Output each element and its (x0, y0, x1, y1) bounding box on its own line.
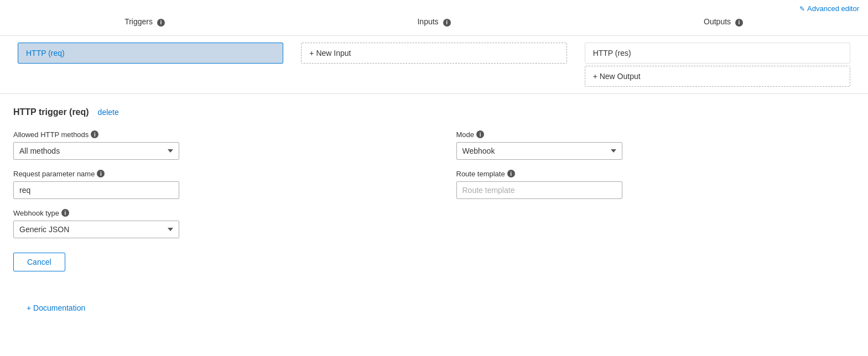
triggers-info-icon[interactable]: i (157, 19, 165, 27)
webhook-type-group: Webhook type i Generic JSON GitHub Slack (13, 209, 412, 238)
http-req-trigger[interactable]: HTTP (req) (18, 43, 283, 64)
triggers-label: Triggers (124, 17, 153, 26)
allowed-methods-select[interactable]: All methods GET POST PUT DELETE PATCH (13, 142, 179, 160)
route-template-label: Route template i (456, 170, 855, 178)
cancel-group: Cancel (13, 248, 412, 271)
mode-select[interactable]: Webhook Standard (456, 142, 622, 160)
inputs-label: Inputs (417, 17, 438, 26)
columns-header: Triggers i Inputs i Outputs i (0, 15, 868, 36)
new-input-button[interactable]: + New Input (301, 43, 566, 64)
route-template-group: Route template i (456, 170, 855, 199)
edit-icon: ✎ (799, 5, 805, 13)
http-res-output[interactable]: HTTP (res) (585, 43, 850, 64)
inputs-info-icon[interactable]: i (443, 19, 451, 27)
form-grid: Allowed HTTP methods i All methods GET P… (13, 130, 855, 281)
request-param-input[interactable] (13, 181, 179, 199)
request-param-group: Request parameter name i (13, 170, 412, 199)
triggers-column: HTTP (req) (9, 40, 292, 89)
allowed-methods-group: Allowed HTTP methods i All methods GET P… (13, 130, 412, 160)
new-output-button[interactable]: + New Output (585, 66, 850, 87)
route-template-info-icon[interactable]: i (507, 170, 515, 177)
mode-group: Mode i Webhook Standard (456, 130, 855, 160)
outputs-info-icon[interactable]: i (735, 19, 743, 27)
form-right: Mode i Webhook Standard Route template i (456, 130, 855, 281)
outputs-label: Outputs (704, 17, 731, 26)
http-req-trigger-label: HTTP (req) (26, 49, 65, 57)
allowed-methods-info-icon[interactable]: i (91, 130, 98, 138)
route-template-input[interactable] (456, 181, 622, 199)
webhook-type-label: Webhook type i (13, 209, 412, 217)
detail-title-row: HTTP trigger (req) delete (13, 107, 855, 117)
form-left: Allowed HTTP methods i All methods GET P… (13, 130, 412, 281)
footer: + Documentation (0, 290, 868, 326)
detail-title: HTTP trigger (req) (13, 107, 89, 117)
request-param-info-icon[interactable]: i (97, 170, 105, 177)
triggers-header: Triggers i (0, 15, 289, 31)
new-output-label: + New Output (593, 72, 641, 81)
delete-link[interactable]: delete (98, 108, 119, 117)
outputs-header: Outputs i (579, 15, 868, 31)
outputs-list: HTTP (res) + New Output (585, 43, 850, 87)
inputs-header: Inputs i (289, 15, 579, 31)
documentation-link[interactable]: + Documentation (13, 295, 855, 321)
cancel-button[interactable]: Cancel (13, 253, 65, 271)
advanced-editor-label: Advanced editor (807, 4, 859, 13)
top-bar: ✎ Advanced editor (0, 0, 868, 15)
http-res-output-label: HTTP (res) (593, 49, 631, 57)
webhook-type-info-icon[interactable]: i (61, 209, 69, 217)
detail-section: HTTP trigger (req) delete Allowed HTTP m… (0, 94, 868, 290)
new-input-label: + New Input (309, 49, 351, 57)
request-param-label: Request parameter name i (13, 170, 412, 178)
outputs-column: HTTP (res) + New Output (576, 40, 859, 89)
allowed-methods-label: Allowed HTTP methods i (13, 130, 412, 139)
mode-label: Mode i (456, 130, 855, 139)
inputs-column: + New Input (292, 40, 575, 89)
advanced-editor-link[interactable]: ✎ Advanced editor (799, 4, 859, 13)
documentation-label: + Documentation (27, 303, 85, 312)
columns-body: HTTP (req) + New Input HTTP (res) + New … (0, 36, 868, 94)
mode-info-icon[interactable]: i (476, 130, 484, 138)
webhook-type-select[interactable]: Generic JSON GitHub Slack (13, 221, 179, 238)
